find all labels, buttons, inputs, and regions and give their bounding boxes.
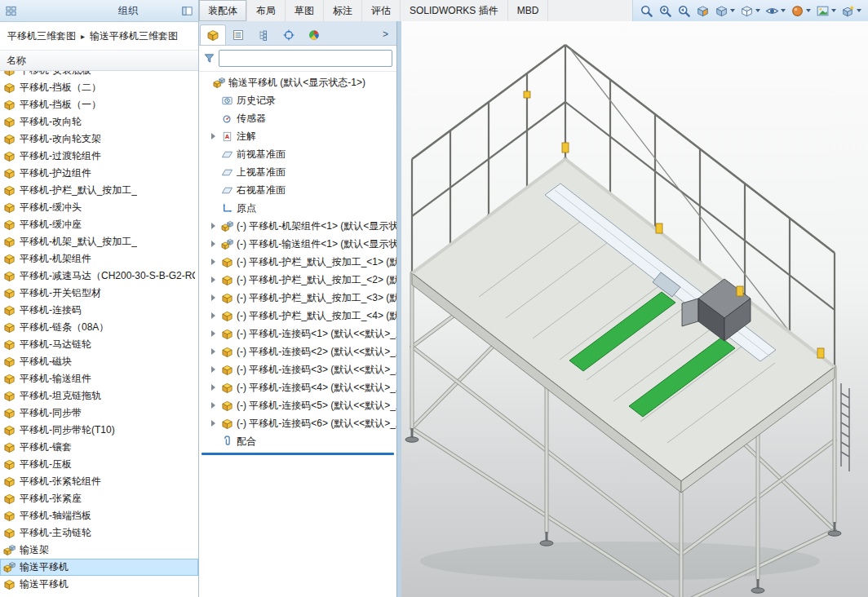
breadcrumb-root[interactable]: 平移机三维套图	[7, 29, 76, 43]
expand-arrow-icon[interactable]	[210, 401, 218, 409]
file-list-item[interactable]: 输送平移机	[0, 559, 198, 576]
expand-arrow-icon[interactable]	[210, 383, 218, 391]
file-list-item[interactable]: 平移机-输送组件	[0, 370, 198, 387]
file-list-item[interactable]: 平移机-轴端挡板	[0, 507, 198, 524]
expand-arrow-icon[interactable]	[210, 222, 218, 230]
file-list-item[interactable]: 平移机-张紧轮组件	[0, 473, 198, 490]
feature-tree-item[interactable]: (-) 平移机-护栏_默认_按加工_<4> (默认<<默认>_显示状态 1>)	[199, 307, 396, 325]
file-list-item[interactable]: 平移机-开关铝型材	[0, 285, 198, 302]
organize-button[interactable]: 组织	[118, 4, 138, 18]
expand-arrow-icon[interactable]	[210, 168, 218, 176]
expand-arrow-icon[interactable]	[210, 150, 218, 158]
ribbon-tab[interactable]: 布局	[247, 0, 286, 21]
file-list-item[interactable]: 平移机-同步带轮(T10)	[0, 422, 198, 439]
expand-arrow-icon[interactable]	[210, 329, 218, 338]
feature-tree-item[interactable]: (-) 平移机-输送组件<1> (默认<显示状态-1>)	[199, 235, 396, 253]
feature-tree-item[interactable]: (-) 平移机-连接码<1> (默认<<默认>_显示状态 1>)	[199, 325, 396, 343]
file-list-item[interactable]: 平移机-马达链轮	[0, 336, 198, 353]
feature-tree-item[interactable]: (-) 平移机-连接码<3> (默认<<默认>_显示状态 1>)	[199, 360, 396, 378]
edit-appearance-button[interactable]	[789, 2, 813, 20]
dimxpertmanager-tab[interactable]	[277, 25, 301, 45]
featuremanager-tree-tab[interactable]	[201, 25, 225, 45]
ribbon-tab[interactable]: 评估	[362, 0, 401, 21]
feature-tree-item[interactable]: 注解	[199, 127, 396, 145]
expand-arrow-icon[interactable]	[210, 240, 218, 248]
feature-tree-item[interactable]: 上视基准面	[199, 163, 396, 181]
feature-tree-item[interactable]: (-) 平移机-连接码<4> (默认<<默认>_显示状态 1>)	[199, 378, 396, 396]
expand-arrow-icon[interactable]	[210, 312, 218, 320]
file-list-item[interactable]: 平移机-缓冲头	[0, 199, 198, 216]
feature-tree-item[interactable]: (-) 平移机-连接码<2> (默认<<默认>_显示状态 1>)	[199, 343, 396, 360]
expand-arrow-icon[interactable]	[210, 294, 218, 302]
file-list-item[interactable]: 平移机-护边组件	[0, 165, 198, 182]
displaymanager-tab[interactable]	[302, 25, 326, 45]
file-list-item[interactable]: 平移机-同步带	[0, 405, 198, 422]
expand-arrow-icon[interactable]	[210, 347, 218, 356]
feature-filter-input[interactable]	[219, 50, 392, 67]
feature-tree-item[interactable]: 输送平移机 (默认<显示状态-1>)	[199, 73, 396, 91]
expand-arrow-icon[interactable]	[210, 114, 218, 122]
ribbon-tab[interactable]: SOLIDWORKS 插件	[401, 0, 508, 21]
file-list-item[interactable]: 平移机-安装底板	[0, 71, 198, 79]
file-list-item[interactable]: 平移机-改向轮支架	[0, 130, 198, 148]
file-list-item[interactable]: 平移机-镶套	[0, 439, 198, 456]
feature-tree-item[interactable]: (-) 平移机-护栏_默认_按加工_<1> (默认<<默认>_显示状态 1>)	[199, 253, 396, 271]
feature-tree-item[interactable]: 传感器	[199, 109, 396, 127]
expand-arrow-icon[interactable]	[210, 419, 218, 427]
ribbon-tab[interactable]: 标注	[324, 0, 362, 21]
zoom-to-area-button[interactable]	[657, 2, 674, 20]
expand-arrow-icon[interactable]	[202, 78, 210, 86]
file-list-item[interactable]: 平移机-链条（08A）	[0, 319, 198, 336]
expand-arrow-icon[interactable]	[210, 365, 218, 374]
feature-tree-item[interactable]: (-) 平移机-机架组件<1> (默认<显示状态-1>)	[199, 217, 396, 235]
feature-tree-item[interactable]: 配合	[199, 432, 396, 450]
feature-tree-item[interactable]: (-) 平移机-连接码<6> (默认<<默认>_显示状态 1>)	[199, 414, 396, 432]
panel-splitter[interactable]	[396, 21, 401, 597]
expand-arrow-icon[interactable]	[210, 258, 218, 266]
file-list-item[interactable]: 平移机-缓冲座	[0, 216, 198, 233]
file-list-item[interactable]: 平移机-挡板（二）	[0, 79, 198, 96]
ribbon-tab[interactable]: 草图	[286, 0, 324, 21]
ribbon-tab[interactable]: 装配体	[199, 0, 247, 21]
file-list-item[interactable]: 平移机-主动链轮	[0, 524, 198, 542]
feature-tree-item[interactable]: 历史记录	[199, 91, 396, 109]
file-list-item[interactable]: 平移机-改向轮	[0, 113, 198, 130]
feature-tree-item[interactable]: 原点	[199, 199, 396, 217]
file-list-item[interactable]: 平移机-减速马达（CH200-30-S-B-G2-RC）	[0, 268, 198, 285]
file-list-item[interactable]: 输送平移机	[0, 576, 198, 593]
previous-view-button[interactable]	[675, 2, 693, 20]
graphics-viewport[interactable]	[401, 21, 868, 597]
file-list-item[interactable]: 平移机-张紧座	[0, 490, 198, 507]
view-orientation-button[interactable]	[713, 2, 737, 20]
section-view-button[interactable]	[694, 2, 711, 20]
file-list-item[interactable]: 平移机-机架_默认_按加工_	[0, 233, 198, 250]
file-list-item[interactable]: 平移机-机架组件	[0, 250, 198, 268]
file-list-item[interactable]: 平移机-压板	[0, 456, 198, 473]
feature-tree-item[interactable]: (-) 平移机-连接码<5> (默认<<默认>_显示状态 1>)	[199, 396, 396, 414]
expand-arrow-icon[interactable]	[210, 204, 218, 212]
file-list-item[interactable]: 平移机-坦克链拖轨	[0, 387, 198, 405]
propertymanager-tab[interactable]	[226, 25, 250, 45]
file-list-item[interactable]: 平移机-磁块	[0, 353, 198, 370]
file-list-item[interactable]: 平移机-护栏_默认_按加工_	[0, 182, 198, 199]
name-column-header[interactable]: 名称	[0, 51, 198, 71]
view-mode-icon[interactable]	[5, 5, 17, 17]
configurationmanager-tab[interactable]	[251, 25, 276, 45]
file-list-item[interactable]: 平移机-过渡轮组件	[0, 148, 198, 165]
expand-arrow-icon[interactable]	[210, 96, 218, 104]
rollback-bar[interactable]	[202, 453, 394, 455]
expand-arrow-icon[interactable]	[210, 132, 218, 140]
file-list-item[interactable]: 平移机-连接码	[0, 302, 198, 319]
apply-scene-button[interactable]	[814, 2, 838, 20]
feature-tree-item[interactable]: 右视基准面	[199, 181, 396, 199]
file-list-item[interactable]: 输送架	[0, 542, 198, 559]
file-list-item[interactable]: 平移机-挡板（一）	[0, 96, 198, 113]
view-settings-button[interactable]	[839, 2, 863, 20]
display-style-button[interactable]	[738, 2, 762, 20]
panel-expand-chevron[interactable]: >	[376, 29, 395, 40]
expand-arrow-icon[interactable]	[210, 276, 218, 284]
expand-arrow-icon[interactable]	[210, 186, 218, 194]
hide-show-items-button[interactable]	[764, 2, 787, 20]
zoom-to-fit-button[interactable]	[638, 2, 655, 20]
preview-pane-icon[interactable]	[181, 5, 193, 17]
